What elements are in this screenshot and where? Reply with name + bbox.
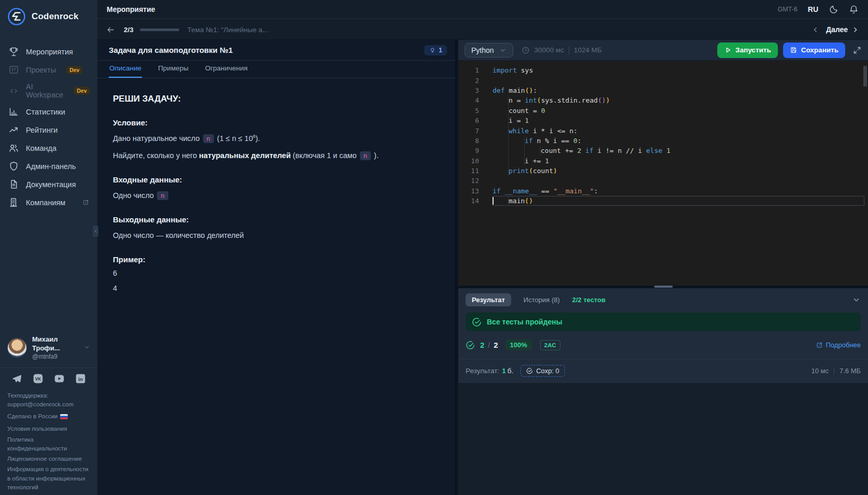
code-line[interactable]: 10i += 1 xyxy=(458,156,868,166)
sidebar-item-building[interactable]: Компаниям xyxy=(0,193,97,211)
panel-splitter[interactable] xyxy=(458,286,868,288)
projects-icon xyxy=(8,64,19,75)
vk-icon[interactable]: VK xyxy=(33,373,44,384)
text-line: Дано натуральное число n (1 ≤ n ≤ 106). xyxy=(113,133,441,144)
code-line[interactable]: 12 xyxy=(458,176,868,186)
text-line: Найдите, сколько у него натуральных дели… xyxy=(113,150,441,161)
linkedin-icon[interactable]: in xyxy=(75,373,86,384)
splitter-grip[interactable] xyxy=(654,286,673,288)
code-line[interactable]: 11print(count) xyxy=(458,166,868,176)
tab-inactive[interactable]: Ограничения xyxy=(205,64,248,78)
sidebar-item-trophy[interactable]: Мероприятия xyxy=(0,43,97,61)
fullscreen-expand-icon[interactable] xyxy=(852,46,862,55)
tab-history[interactable]: История (8) xyxy=(524,296,560,304)
tab-active[interactable]: Описание xyxy=(109,64,142,78)
language-select[interactable]: Python xyxy=(465,43,513,58)
code-line[interactable]: 1import sys xyxy=(458,65,868,75)
all-tests-passed-banner: Все тесты пройдены xyxy=(466,313,861,331)
line-number: 3 xyxy=(458,87,479,94)
line-number: 4 xyxy=(458,96,479,104)
language-switcher[interactable]: RU xyxy=(808,5,818,13)
sidebar-item-document[interactable]: Документация xyxy=(0,175,97,193)
code-editor[interactable]: 1import sys23def main():4n = int(sys.std… xyxy=(458,61,868,286)
code-line[interactable]: 6i = 1 xyxy=(458,116,868,125)
back-arrow-icon[interactable] xyxy=(106,25,115,35)
divider xyxy=(569,46,569,54)
percent-badge: 100% xyxy=(505,340,532,350)
hint-badge[interactable]: 1 xyxy=(424,45,447,55)
code-line[interactable]: 7while i * i <= n: xyxy=(458,125,868,135)
next-task-chevron-right-icon[interactable] xyxy=(851,25,860,34)
details-link[interactable]: Подробнее xyxy=(816,341,861,349)
sidebar-item-trending[interactable]: Рейтинги xyxy=(0,121,97,139)
sidebar-item-stats[interactable]: Статистики xyxy=(0,103,97,121)
run-memory: 7.6 МБ xyxy=(840,367,861,375)
code-line[interactable]: 14main() xyxy=(458,196,868,206)
run-button[interactable]: Запустить xyxy=(717,43,778,58)
dark-mode-toggle-moon-icon[interactable] xyxy=(829,5,838,15)
code-line[interactable]: 13if __name__ == "__main__": xyxy=(458,186,868,196)
lightbulb-icon xyxy=(429,47,436,54)
code-line[interactable]: 5count = 0 xyxy=(458,106,868,116)
line-number: 11 xyxy=(458,167,479,175)
made-in: Сделано в России xyxy=(7,412,90,421)
support-email[interactable]: support@codenrock.com xyxy=(7,400,90,409)
footer-link[interactable]: Политика конфиденциальности xyxy=(7,435,90,454)
youtube-icon[interactable] xyxy=(54,373,65,384)
code-line[interactable]: 2 xyxy=(458,75,868,85)
collapse-results-chevron-down-icon[interactable] xyxy=(852,295,861,304)
example-text: 64 xyxy=(113,268,441,294)
sidebar-nav: МероприятияПроектыDevAI WorkspaceDevСтат… xyxy=(0,43,97,211)
code-line[interactable]: 8if n % i == 0: xyxy=(458,136,868,146)
code-line[interactable]: 9count += 2 if i != n // i else 1 xyxy=(458,146,868,155)
notifications-bell-icon[interactable] xyxy=(849,5,859,15)
sidebar-item-team[interactable]: Команда xyxy=(0,139,97,157)
shield-icon xyxy=(8,161,19,172)
avatar xyxy=(7,338,27,358)
run-time: 10 мс xyxy=(811,367,829,375)
tab-tests[interactable]: 2/2 тестов xyxy=(572,296,605,304)
user-menu[interactable]: Михаил Трофи... @mtnfa9 xyxy=(0,331,97,364)
tab-inactive[interactable]: Примеры xyxy=(157,64,189,78)
line-number: 13 xyxy=(458,187,479,195)
sidebar-item-code[interactable]: AI WorkspaceDev xyxy=(0,79,97,103)
footer-link[interactable]: Лицензионное соглашение xyxy=(7,455,90,463)
editor-column: Python 30000 мс 1024 МБ Запустить Сохран… xyxy=(458,40,868,495)
condition-label: Условие: xyxy=(113,118,441,127)
brand[interactable]: Codenrock xyxy=(0,0,97,31)
sidebar-item-label: Проекты xyxy=(26,66,56,74)
tab-result[interactable]: Результат xyxy=(466,293,511,306)
editor-scrollbar[interactable] xyxy=(863,66,867,87)
sidebar-item-label: Мероприятия xyxy=(26,48,73,56)
saved-badge[interactable]: Сохр: 0 xyxy=(520,365,565,377)
prev-task-chevron-left-icon[interactable] xyxy=(811,25,820,34)
text-line: 6 xyxy=(113,268,441,279)
performance-stats: 10 мс 7.6 МБ xyxy=(811,367,861,375)
topic-breadcrumb: Тема №1: "Линейные а... xyxy=(187,26,268,34)
code-line[interactable]: 3def main(): xyxy=(458,86,868,95)
test-summary-row: 2 / 2 100% 2AC Подробнее xyxy=(466,340,861,350)
next-task-button[interactable]: Далее xyxy=(826,25,848,34)
footer-link[interactable]: Условия пользования xyxy=(7,425,90,433)
collapse-panel-handle[interactable] xyxy=(93,225,98,237)
sidebar-item-label: Компаниям xyxy=(26,199,65,207)
timezone-label[interactable]: GMT-6 xyxy=(778,6,798,13)
sidebar-item-label: Документация xyxy=(26,180,76,189)
dev-badge: Dev xyxy=(66,66,82,74)
ac-badge: 2AC xyxy=(540,340,560,350)
save-button[interactable]: Сохранить xyxy=(783,43,845,58)
editor-toolbar: Python 30000 мс 1024 МБ Запустить Сохран… xyxy=(458,40,868,61)
footer-link[interactable]: Информация о деятельности в области инфо… xyxy=(7,465,90,492)
code-line[interactable]: 4n = int(sys.stdin.read()) xyxy=(458,95,868,105)
text-line: Одно число — количество делителей xyxy=(113,230,441,241)
check-circle-icon xyxy=(472,317,482,327)
telegram-icon[interactable] xyxy=(11,373,22,384)
step-counter: 2/3 xyxy=(124,26,134,34)
floppy-save-icon xyxy=(790,46,798,54)
inline-code-chip: n xyxy=(360,151,371,160)
input-label: Входные данные: xyxy=(113,175,441,184)
sidebar-item-shield[interactable]: Админ-панель xyxy=(0,157,97,175)
chevron-down-icon xyxy=(83,344,90,352)
sidebar-item-projects[interactable]: ПроектыDev xyxy=(0,61,97,79)
building-icon xyxy=(8,197,19,208)
